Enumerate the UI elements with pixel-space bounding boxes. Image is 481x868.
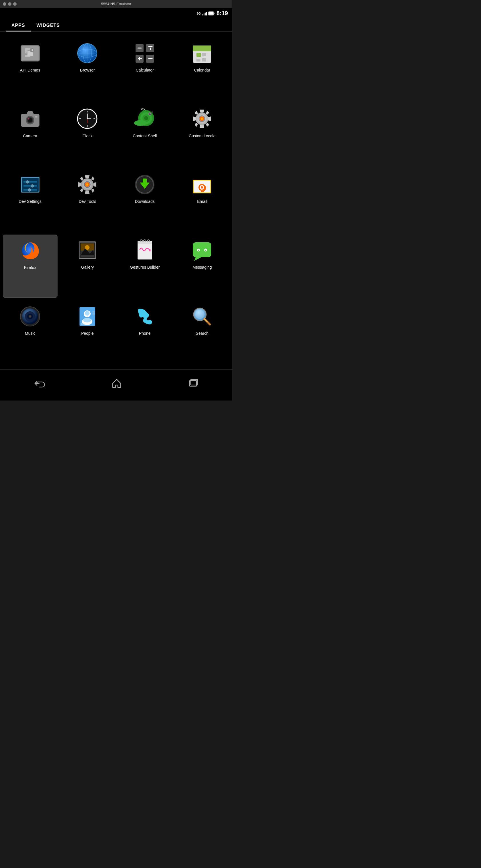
app-item-gestures-builder[interactable]: Gestures Builder — [118, 235, 172, 298]
app-item-camera[interactable]: Camera — [3, 103, 58, 166]
svg-marker-71 — [206, 123, 209, 127]
email-icon — [191, 173, 214, 196]
app-item-calculator[interactable]: Calculator — [118, 37, 172, 100]
svg-rect-39 — [35, 116, 37, 118]
svg-rect-33 — [202, 58, 206, 62]
close-button[interactable] — [3, 2, 6, 6]
svg-marker-91 — [91, 189, 94, 192]
svg-marker-68 — [195, 111, 198, 115]
phone-icon — [133, 305, 156, 328]
downloads-icon — [133, 173, 156, 196]
app-item-clock[interactable]: Clock — [60, 103, 115, 166]
svg-rect-135 — [92, 312, 95, 312]
app-item-custom-locale[interactable]: Custom Locale — [175, 103, 230, 166]
svg-rect-136 — [92, 314, 95, 314]
dev-tools-icon — [76, 173, 99, 196]
gallery-label: Gallery — [81, 265, 94, 270]
api-demos-label: API Demos — [20, 67, 40, 73]
email-label: Email — [197, 199, 207, 204]
svg-marker-85 — [85, 191, 90, 194]
people-icon — [76, 305, 99, 328]
clock-icon — [76, 107, 99, 130]
api-demos-icon — [19, 42, 41, 65]
svg-point-111 — [85, 245, 90, 250]
app-item-content-shell[interactable]: Content Shell — [118, 103, 172, 166]
minimize-button[interactable] — [8, 2, 11, 6]
svg-rect-30 — [196, 53, 201, 57]
app-item-phone[interactable]: Phone — [118, 301, 172, 364]
camera-label: Camera — [23, 133, 37, 138]
app-item-people[interactable]: People — [60, 301, 115, 364]
svg-rect-99 — [143, 179, 147, 184]
firefox-icon — [19, 239, 41, 262]
content-shell-icon — [133, 107, 156, 130]
app-item-browser[interactable]: Browser — [60, 37, 115, 100]
svg-point-83 — [28, 189, 31, 191]
app-item-firefox[interactable]: Firefox — [3, 235, 58, 298]
svg-point-60 — [144, 108, 145, 109]
svg-marker-86 — [78, 182, 81, 187]
status-bar: 3G 8:19 — [0, 8, 232, 19]
svg-marker-65 — [200, 125, 204, 128]
svg-rect-31 — [202, 53, 206, 56]
battery-icon — [209, 11, 215, 16]
svg-point-38 — [28, 118, 29, 120]
calculator-icon — [133, 42, 156, 65]
phone-label: Phone — [139, 331, 151, 336]
svg-rect-113 — [137, 241, 152, 244]
svg-marker-119 — [194, 257, 201, 261]
svg-point-122 — [198, 250, 199, 251]
app-item-music[interactable]: Music — [3, 301, 58, 364]
dev-settings-label: Dev Settings — [19, 199, 41, 204]
custom-locale-label: Custom Locale — [189, 133, 215, 138]
dev-settings-icon — [19, 173, 41, 196]
home-button[interactable] — [103, 375, 130, 393]
downloads-label: Downloads — [135, 199, 155, 204]
messaging-icon — [191, 239, 214, 262]
svg-point-59 — [141, 109, 143, 110]
svg-marker-89 — [91, 177, 94, 181]
back-button[interactable] — [25, 376, 54, 393]
gestures-builder-label: Gestures Builder — [130, 265, 160, 270]
app-item-downloads[interactable]: Downloads — [118, 169, 172, 232]
svg-point-49 — [87, 118, 88, 119]
app-item-messaging[interactable]: Messaging — [175, 235, 230, 298]
svg-marker-66 — [193, 117, 196, 121]
app-grid: API Demos Browser — [0, 32, 232, 369]
svg-point-79 — [26, 181, 29, 183]
clock-label: Clock — [83, 133, 92, 138]
app-item-api-demos[interactable]: API Demos — [3, 37, 58, 100]
app-item-dev-tools[interactable]: Dev Tools — [60, 169, 115, 232]
svg-line-142 — [204, 319, 207, 321]
svg-marker-90 — [80, 189, 83, 192]
app-item-gallery[interactable]: Gallery — [60, 235, 115, 298]
svg-point-63 — [151, 111, 153, 113]
svg-marker-70 — [195, 123, 198, 127]
recents-button[interactable] — [180, 375, 207, 393]
tab-widgets[interactable]: WIDGETS — [31, 19, 66, 31]
app-item-dev-settings[interactable]: Dev Settings — [3, 169, 58, 232]
custom-locale-icon — [191, 107, 214, 130]
calendar-label: Calendar — [194, 67, 210, 73]
messaging-label: Messaging — [192, 265, 212, 270]
app-item-email[interactable]: Email — [175, 169, 230, 232]
svg-rect-137 — [81, 323, 89, 323]
svg-marker-88 — [80, 177, 83, 181]
tab-apps[interactable]: APPS — [6, 19, 31, 31]
svg-point-129 — [29, 316, 31, 317]
gallery-icon — [76, 239, 99, 262]
app-item-calendar[interactable]: Calendar — [175, 37, 230, 100]
svg-marker-87 — [94, 182, 96, 187]
svg-point-140 — [195, 310, 204, 319]
svg-rect-138 — [81, 324, 86, 325]
svg-rect-29 — [193, 50, 211, 51]
clock-display: 8:19 — [217, 10, 228, 17]
maximize-button[interactable] — [13, 2, 17, 6]
calculator-label: Calculator — [136, 67, 154, 73]
dev-tools-label: Dev Tools — [78, 199, 96, 204]
app-item-search[interactable]: Search — [175, 301, 230, 364]
music-icon — [19, 305, 41, 328]
bottom-nav — [0, 369, 232, 401]
browser-label: Browser — [80, 67, 95, 73]
svg-rect-2 — [209, 12, 213, 14]
